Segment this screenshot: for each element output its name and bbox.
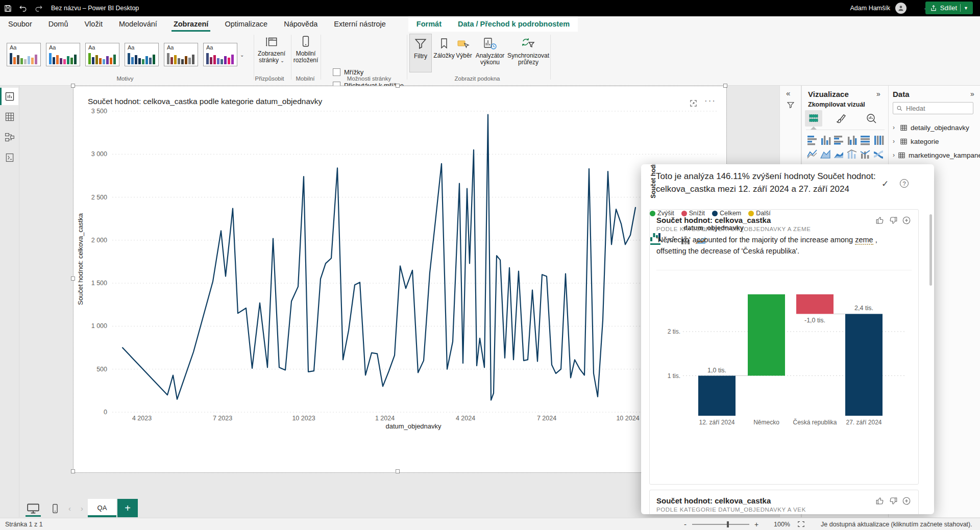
more-options-icon[interactable]: ··· (704, 96, 716, 106)
format-visual-icon[interactable] (836, 112, 848, 124)
theme-card[interactable]: Aa (125, 43, 159, 66)
line-chart-icon[interactable] (806, 148, 818, 160)
status-bar: Stránka 1 z 1 - + 100% Je dostupná aktua… (0, 518, 980, 530)
popup-scrollbar[interactable] (929, 214, 932, 286)
menu-tab-n-pov-da[interactable]: Nápověda (276, 16, 326, 32)
theme-card[interactable]: Aa (46, 43, 80, 66)
resize-handle[interactable] (71, 276, 75, 281)
redo-icon[interactable] (31, 0, 46, 16)
theme-card[interactable]: Aa (164, 43, 198, 66)
model-view-button[interactable] (1, 129, 18, 146)
ribbon-group-label: Přizpůsobit (255, 75, 284, 82)
line-stacked-column-chart-icon[interactable] (846, 148, 857, 160)
mobile-layout-button[interactable]: Mobilní rozložení (292, 35, 320, 64)
area-chart-icon[interactable] (820, 148, 831, 160)
pane-button-synchronizovat-pr-ezy[interactable]: Synchronizovat průřezy (507, 34, 549, 72)
menu-tab-form-t[interactable]: Formát (408, 16, 450, 32)
dax-query-view-button[interactable] (1, 149, 18, 166)
pane-button-v-b-r[interactable]: Výběr (454, 34, 474, 72)
data-table-marketingove_kampane[interactable]: ›marketingove_kampane (893, 149, 979, 161)
waterfall-chart[interactable]: 1 tis.2 tis.3 tis.1,0 tis.12. září 20242… (662, 294, 917, 438)
zoom-slider-thumb[interactable] (727, 521, 729, 527)
resize-handle[interactable] (71, 469, 75, 473)
zoom-slider[interactable] (692, 524, 749, 525)
search-box[interactable] (893, 102, 973, 114)
report-view-button[interactable] (1, 88, 18, 105)
ribbon-chart-icon[interactable] (873, 148, 884, 160)
new-page-button[interactable]: + (117, 499, 138, 517)
100-stacked-column-chart-icon[interactable] (873, 135, 884, 146)
themes-more-button[interactable]: ⌄ (240, 52, 244, 58)
analytics-icon[interactable] (865, 112, 877, 124)
next-page-icon[interactable]: › (81, 504, 83, 513)
page-view-button[interactable]: Zobrazení stránky ⌄ (255, 35, 288, 64)
expand-chevron-icon[interactable]: › (893, 124, 897, 131)
update-notification[interactable]: Je dostupná aktualizace (kliknutím začne… (821, 521, 972, 528)
account-name[interactable]: Adam Hamšík (850, 5, 891, 12)
menu-tab-dom-[interactable]: Domů (40, 16, 77, 32)
ribbon-group-label: Zobrazit podokna (455, 75, 500, 82)
resize-handle[interactable] (723, 84, 727, 88)
share-button[interactable]: Sdílet ▼ (925, 2, 973, 14)
help-icon[interactable]: ? (900, 179, 909, 188)
collapse-pane-icon[interactable]: » (970, 90, 974, 98)
menu-tab-optimalizace[interactable]: Optimalizace (216, 16, 276, 32)
zoom-in-button[interactable]: + (754, 520, 758, 528)
menu-tab-vlo-it[interactable]: Vložit (76, 16, 110, 32)
line-chart[interactable]: 05001 0001 5002 0002 5003 0003 5004 2023… (82, 107, 720, 436)
table-icon (900, 124, 908, 132)
fit-to-page-icon[interactable] (797, 520, 805, 528)
line-clustered-column-chart-icon[interactable] (860, 148, 871, 160)
theme-card[interactable]: Aa (203, 43, 237, 66)
menu-tab-modelov-n-[interactable]: Modelování (111, 16, 165, 32)
thumbs-up-icon[interactable] (875, 496, 885, 506)
page-tab-qa[interactable]: QA (88, 499, 116, 516)
pane-button-analyz-tor-v-konu[interactable]: Analyzátor výkonu (474, 34, 506, 72)
stacked-column-chart-icon[interactable] (820, 135, 831, 146)
stacked-area-chart-icon[interactable] (833, 148, 844, 160)
thumbs-down-icon[interactable] (889, 216, 898, 225)
build-visual-icon[interactable] (805, 110, 822, 127)
save-icon[interactable] (0, 0, 15, 16)
resize-handle[interactable] (396, 469, 400, 473)
undo-icon[interactable] (15, 0, 31, 16)
menu-tab-zobrazen-[interactable]: Zobrazení (165, 16, 216, 32)
checkbox-box[interactable] (333, 68, 340, 76)
add-icon[interactable] (902, 216, 911, 225)
theme-card[interactable]: Aa (7, 43, 41, 66)
data-table-kategorie[interactable]: ›kategorie (893, 135, 979, 147)
menu-tab-extern-n-stroje[interactable]: Externí nástroje (326, 16, 394, 32)
field-reference[interactable]: zeme (855, 236, 873, 245)
avatar[interactable] (895, 3, 906, 14)
collapse-pane-icon[interactable]: » (876, 90, 880, 98)
pane-button-filtry[interactable]: Filtry (409, 34, 432, 72)
resize-handle[interactable] (71, 84, 75, 88)
pane-button-z-lo-ky[interactable]: Záložky (434, 34, 454, 72)
insight-card-subtitle: PODLE KATEGORIE DATUM_OBJEDNAVKY A ZEME (656, 226, 811, 232)
search-input[interactable] (906, 105, 962, 112)
thumbs-up-icon[interactable] (875, 216, 885, 225)
clustered-column-chart-icon[interactable] (846, 135, 857, 146)
menu-tab-data-p-echod-k-podrobnostem[interactable]: Data / Přechod k podrobnostem (450, 16, 578, 32)
expand-chevron-icon[interactable]: › (893, 138, 897, 145)
theme-card[interactable]: Aa (85, 43, 119, 66)
check-icon[interactable]: ✓ (881, 179, 889, 189)
mobile-view-icon[interactable] (50, 503, 60, 514)
expand-pane-icon[interactable]: « (786, 89, 790, 97)
clustered-bar-chart-icon[interactable] (833, 135, 844, 146)
checkbox-m-ky[interactable]: Mřížky (333, 68, 363, 76)
thumbs-down-icon[interactable] (889, 496, 898, 506)
previous-page-icon[interactable]: ‹ (68, 504, 71, 513)
menu-tab-soubor[interactable]: Soubor (0, 16, 40, 32)
desktop-view-icon[interactable] (27, 503, 40, 514)
stacked-bar-chart-icon[interactable] (806, 135, 818, 146)
expand-chevron-icon[interactable]: › (893, 152, 895, 159)
100-stacked-bar-chart-icon[interactable] (860, 135, 871, 146)
svg-text:Česká republika: Česká republika (793, 418, 837, 426)
add-icon[interactable] (902, 496, 911, 506)
data-table-detaily_objednavky[interactable]: ›detaily_objednavky (893, 121, 979, 134)
resize-handle[interactable] (396, 84, 400, 88)
table-view-button[interactable] (1, 108, 18, 125)
focus-mode-icon[interactable] (689, 99, 698, 108)
zoom-out-button[interactable]: - (684, 520, 687, 528)
